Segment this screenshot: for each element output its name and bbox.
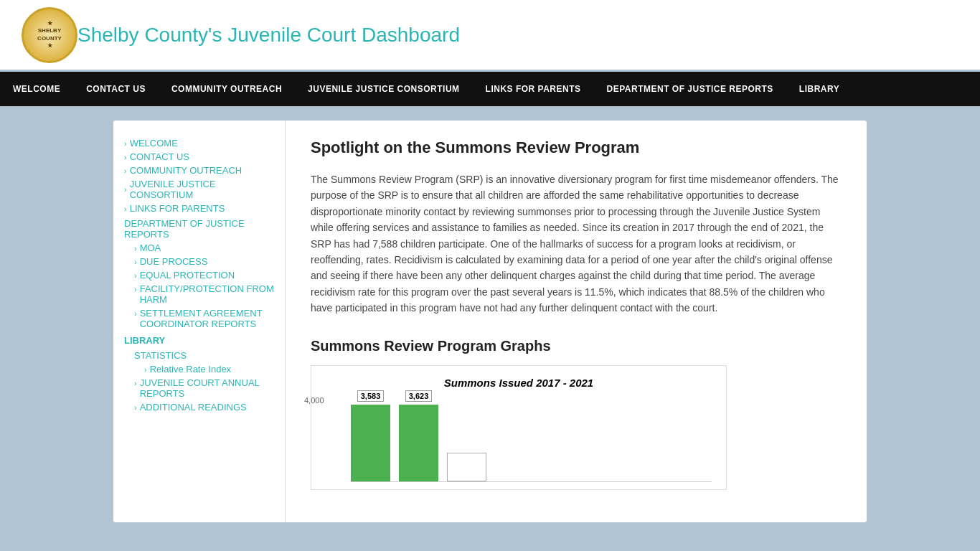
chart-bar-3 [447,453,486,481]
sidebar-item-consortium[interactable]: › JUVENILE JUSTICE CONSORTIUM [124,179,274,200]
sidebar-item-doj[interactable]: DEPARTMENT OF JUSTICE REPORTS [124,218,274,240]
sidebar-item-parents[interactable]: › LINKS FOR PARENTS [124,203,274,214]
sidebar-item-additional[interactable]: › ADDITIONAL READINGS [134,402,274,413]
sidebar-item-statistics: STATISTICS [134,350,274,361]
page-body: The Summons Review Program (SRP) is an i… [311,171,842,316]
chart-bar-rect-3 [447,453,486,481]
page-subheading: Summons Review Program Graphs [311,338,842,354]
sidebar-item-rri[interactable]: › Relative Rate Index [144,364,274,375]
sidebar: › WELCOME › CONTACT US › COMMUNITY OUTRE… [113,121,286,522]
nav-juvenile[interactable]: JUVENILE JUSTICE CONSORTIUM [295,72,473,106]
sidebar-item-contact[interactable]: › CONTACT US [124,151,274,162]
chevron-icon: › [124,166,127,175]
chart-bar-label-2: 3,623 [405,390,433,402]
sidebar-item-community[interactable]: › COMMUNITY OUTREACH [124,165,274,176]
nav-welcome[interactable]: WELCOME [0,72,73,106]
chart-bar-label-1: 3,583 [357,390,385,402]
sidebar-item-library: LIBRARY [124,335,274,346]
chevron-icon: › [134,271,137,280]
chart-bar-rect-1 [351,405,390,481]
page-heading: Spotlight on the Summons Review Program [311,138,842,157]
chevron-icon: › [124,185,127,194]
nav-doj[interactable]: DEPARTMENT OF JUSTICE REPORTS [594,72,786,106]
main-nav: WELCOME CONTACT US COMMUNITY OUTREACH JU… [0,72,980,106]
sidebar-item-facility[interactable]: › FACILITY/PROTECTION FROM HARM [134,283,274,305]
chevron-icon: › [134,285,137,293]
sidebar-item-court-reports[interactable]: › JUVENILE COURT ANNUAL REPORTS [134,377,274,399]
chevron-icon: › [144,365,147,374]
nav-library[interactable]: LIBRARY [786,72,852,106]
chevron-icon: › [134,403,137,412]
chart-area: 3,583 3,623 [351,396,712,482]
nav-parents[interactable]: LINKS FOR PARENTS [473,72,594,106]
sidebar-item-due-process[interactable]: › DUE PROCESS [134,256,274,267]
nav-contact[interactable]: CONTACT US [73,72,159,106]
chevron-icon: › [134,309,137,318]
seal-text: ★SHELBYCOUNTY★ [34,17,65,53]
chart-container: Summons Issued 2017 - 2021 4,000 3,583 3… [311,365,727,490]
main-content: Spotlight on the Summons Review Program … [286,121,867,522]
chart-y-label: 4,000 [304,396,324,405]
sidebar-item-settlement[interactable]: › SETTLEMENT AGREEMENT COORDINATOR REPOR… [134,308,274,329]
site-logo: ★SHELBYCOUNTY★ [22,7,77,63]
chevron-icon: › [124,153,127,161]
site-header: ★SHELBYCOUNTY★ Shelby County's Juvenile … [0,0,980,72]
chart-bar-rect-2 [399,405,438,481]
chart-bar-1: 3,583 [351,390,390,481]
chart-bar-2: 3,623 [399,390,438,481]
content-wrapper: › WELCOME › CONTACT US › COMMUNITY OUTRE… [113,121,867,522]
sidebar-item-moa[interactable]: › MOA [134,242,274,253]
sidebar-item-welcome[interactable]: › WELCOME [124,138,274,149]
chevron-icon: › [134,244,137,253]
chevron-icon: › [124,204,127,213]
site-title: Shelby County's Juvenile Court Dashboard [77,24,460,47]
nav-community[interactable]: COMMUNITY OUTREACH [159,72,295,106]
chevron-icon: › [134,379,137,387]
chevron-icon: › [134,258,137,266]
chevron-icon: › [124,139,127,148]
sidebar-item-equal-protection[interactable]: › EQUAL PROTECTION [134,270,274,281]
chart-title: Summons Issued 2017 - 2021 [326,377,712,389]
